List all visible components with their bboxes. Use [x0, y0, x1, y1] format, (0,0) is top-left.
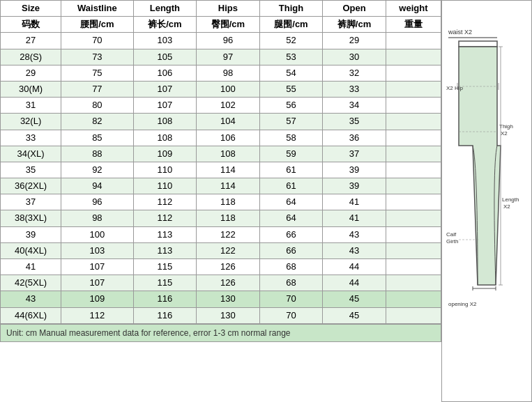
cell-waist: 92: [61, 162, 133, 178]
col-hips-en: Hips: [197, 1, 260, 17]
cell-open: 44: [323, 259, 386, 275]
cell-weight: [386, 259, 441, 275]
diagram-section: waist X2 X2 Hip Thigh X2 Length X2: [441, 0, 532, 402]
cell-waist: 73: [61, 49, 133, 65]
cell-waist: 70: [61, 33, 133, 49]
table-row: 33851081065836: [1, 130, 441, 146]
cell-weight: [386, 210, 441, 226]
cell-length: 116: [133, 291, 197, 307]
cell-length: 116: [133, 307, 197, 323]
cell-thigh: 64: [259, 210, 323, 226]
cell-weight: [386, 65, 441, 81]
table-row: 431091161307045: [1, 291, 441, 307]
cell-hips: 100: [197, 81, 260, 97]
svg-rect-2: [459, 41, 497, 47]
col-weight-cn: 重量: [386, 17, 441, 33]
cell-size: 37: [1, 194, 61, 210]
cell-waist: 103: [61, 242, 133, 258]
cell-waist: 96: [61, 194, 133, 210]
cell-waist: 98: [61, 210, 133, 226]
cell-hips: 114: [197, 162, 260, 178]
cell-thigh: 66: [259, 242, 323, 258]
cell-open: 36: [323, 130, 386, 146]
cell-open: 39: [323, 162, 386, 178]
cell-thigh: 64: [259, 194, 323, 210]
cell-size: 43: [1, 291, 61, 307]
svg-text:opening X2: opening X2: [448, 301, 477, 307]
cell-length: 109: [133, 146, 197, 162]
table-row: 34(XL)881091085937: [1, 146, 441, 162]
table-row: 2770103965229: [1, 33, 441, 49]
cell-thigh: 66: [259, 226, 323, 242]
col-length-cn: 裤长/cm: [133, 17, 197, 33]
table-row: 28(S)73105975330: [1, 49, 441, 65]
cell-waist: 85: [61, 130, 133, 146]
cell-size: 28(S): [1, 49, 61, 65]
col-weight-en: weight: [386, 1, 441, 17]
cell-waist: 107: [61, 259, 133, 275]
cell-hips: 98: [197, 65, 260, 81]
svg-text:Length: Length: [502, 196, 519, 203]
table-row: 30(M)771071005533: [1, 81, 441, 97]
table-row: 40(4XL)1031131226643: [1, 242, 441, 258]
cell-hips: 130: [197, 291, 260, 307]
col-size-en: Size: [1, 1, 61, 17]
cell-waist: 107: [61, 275, 133, 291]
cell-hips: 96: [197, 33, 260, 49]
cell-open: 43: [323, 226, 386, 242]
cell-waist: 100: [61, 226, 133, 242]
cell-length: 105: [133, 49, 197, 65]
cell-hips: 108: [197, 146, 260, 162]
pants-diagram: waist X2 X2 Hip Thigh X2 Length X2: [445, 20, 529, 382]
cell-hips: 106: [197, 130, 260, 146]
cell-waist: 80: [61, 98, 133, 114]
size-table: Size Waistline Length Hips Thigh Open we…: [0, 0, 441, 324]
cell-size: 31: [1, 98, 61, 114]
svg-text:X2: X2: [503, 203, 510, 210]
cell-size: 41: [1, 259, 61, 275]
cell-length: 112: [133, 210, 197, 226]
cell-hips: 126: [197, 259, 260, 275]
table-row: 42(5XL)1071151266844: [1, 275, 441, 291]
cell-weight: [386, 130, 441, 146]
col-length-en: Length: [133, 1, 197, 17]
col-hips-cn: 臀围/cm: [197, 17, 260, 33]
cell-size: 30(M): [1, 81, 61, 97]
cell-length: 108: [133, 130, 197, 146]
cell-thigh: 70: [259, 291, 323, 307]
table-row: 36(2XL)941101146139: [1, 178, 441, 194]
cell-open: 44: [323, 275, 386, 291]
cell-size: 33: [1, 130, 61, 146]
cell-weight: [386, 49, 441, 65]
cell-weight: [386, 162, 441, 178]
cell-waist: 75: [61, 65, 133, 81]
svg-text:Calf: Calf: [446, 231, 457, 238]
cell-open: 35: [323, 114, 386, 130]
cell-weight: [386, 275, 441, 291]
cell-thigh: 68: [259, 259, 323, 275]
col-open-cn: 裤脚/cm: [323, 17, 386, 33]
cell-open: 41: [323, 194, 386, 210]
svg-text:X2: X2: [501, 130, 508, 137]
cell-thigh: 59: [259, 146, 323, 162]
cell-thigh: 61: [259, 162, 323, 178]
cell-length: 115: [133, 259, 197, 275]
cell-length: 107: [133, 81, 197, 97]
cell-thigh: 58: [259, 130, 323, 146]
cell-length: 113: [133, 226, 197, 242]
table-section: Size Waistline Length Hips Thigh Open we…: [0, 0, 441, 402]
cell-hips: 118: [197, 194, 260, 210]
svg-text:Girth: Girth: [446, 238, 458, 245]
cell-open: 45: [323, 291, 386, 307]
cell-size: 42(5XL): [1, 275, 61, 291]
cell-waist: 112: [61, 307, 133, 323]
col-waist-en: Waistline: [61, 1, 133, 17]
cell-open: 34: [323, 98, 386, 114]
cell-open: 37: [323, 146, 386, 162]
cell-thigh: 61: [259, 178, 323, 194]
cell-hips: 97: [197, 49, 260, 65]
cell-hips: 122: [197, 242, 260, 258]
cell-length: 110: [133, 162, 197, 178]
col-thigh-en: Thigh: [259, 1, 323, 17]
col-size-cn: 码数: [1, 17, 61, 33]
